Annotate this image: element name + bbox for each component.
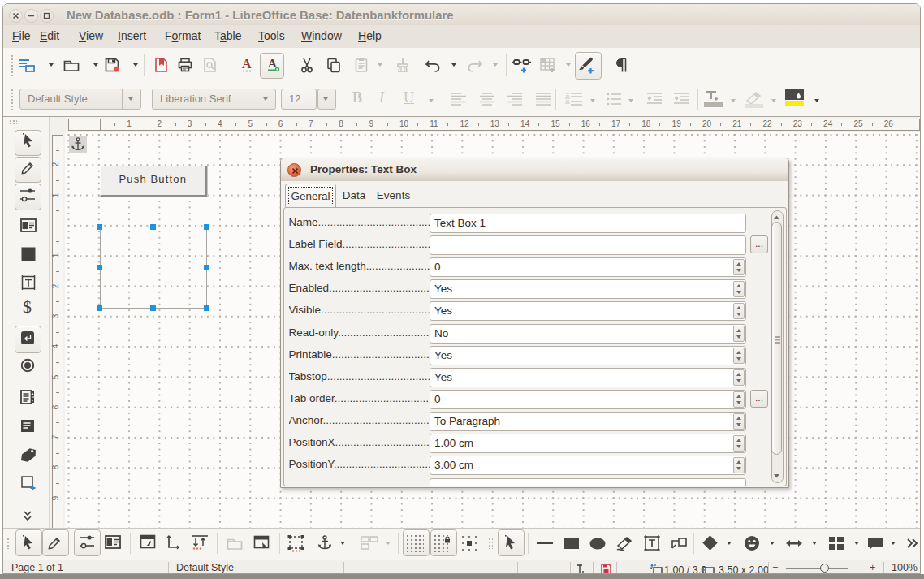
svg-text:A: A [268,57,277,70]
svg-text:A: A [242,57,252,71]
